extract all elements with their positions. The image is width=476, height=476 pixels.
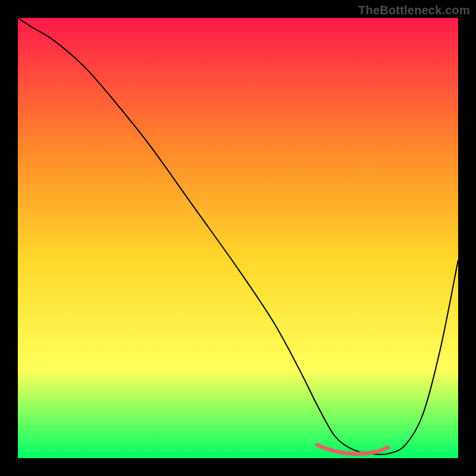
plot-area [18, 18, 458, 458]
gradient-background [18, 18, 458, 458]
watermark-text: TheBottleneck.com [358, 4, 470, 17]
chart-container: TheBottleneck.com [0, 0, 476, 476]
chart-svg [18, 18, 458, 458]
